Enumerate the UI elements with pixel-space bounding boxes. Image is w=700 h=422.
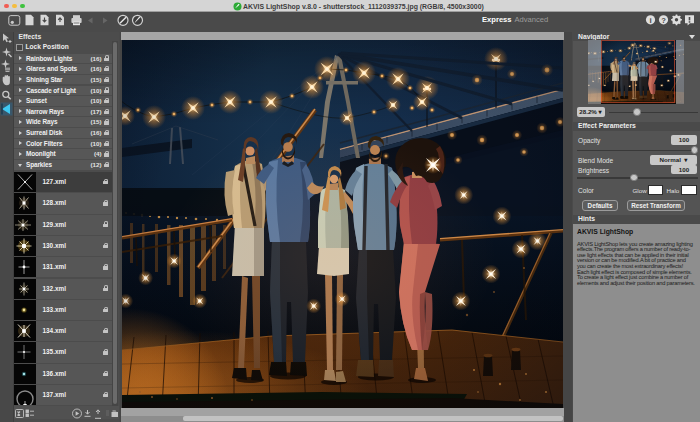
- svg-text:i: i: [649, 16, 651, 25]
- svg-text:Advanced: Advanced: [515, 15, 549, 24]
- svg-text:?: ?: [661, 16, 666, 25]
- svg-text:Express: Express: [482, 15, 512, 24]
